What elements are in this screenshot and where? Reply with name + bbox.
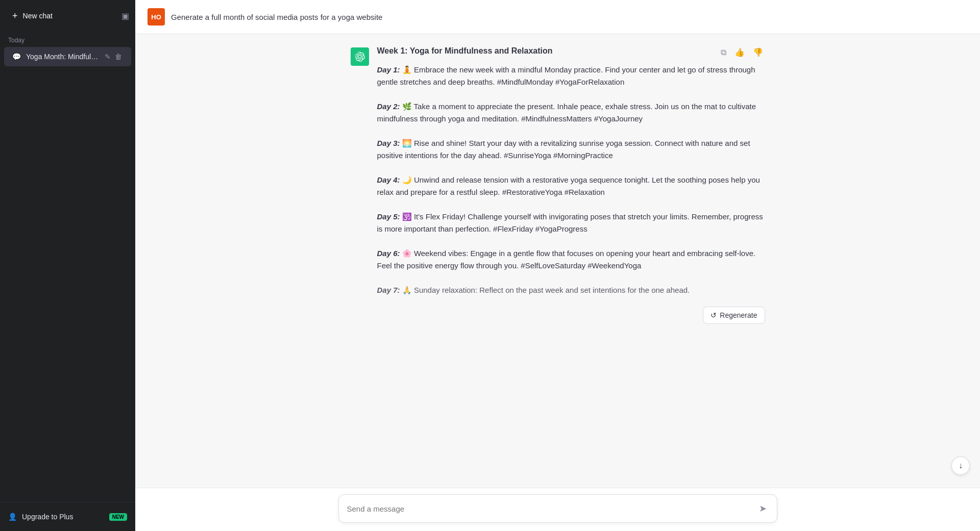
day-6-emoji: 🌸 <box>402 249 414 258</box>
day-3-entry: Day 3: 🌅 Rise and shine! Start your day … <box>377 137 765 162</box>
day-6-entry: Day 6: 🌸 Weekend vibes: Engage in a gent… <box>377 247 765 272</box>
day-5-text: It's Flex Friday! Challenge yourself wit… <box>377 212 763 233</box>
new-chat-label: New chat <box>23 12 53 20</box>
thumbs-down-icon: 👎 <box>753 48 763 57</box>
day-6-label: Day 6: <box>377 249 400 258</box>
thumbs-up-button[interactable]: 👍 <box>732 46 747 59</box>
day-7-text: Sunday relaxation: Reflect on the past w… <box>414 286 690 294</box>
sidebar: + New chat ▣ Today 💬 Yoga Month: Mindful… <box>0 0 135 531</box>
toggle-icon: ▣ <box>121 12 129 20</box>
day-3-text: Rise and shine! Start your day with a re… <box>377 139 750 160</box>
thumbs-down-button[interactable]: 👎 <box>751 46 765 59</box>
plus-icon: + <box>12 11 18 20</box>
day-1-text: Embrace the new week with a mindful Mond… <box>377 65 755 86</box>
day-4-text: Unwind and release tension with a restor… <box>377 175 760 196</box>
thumbs-up-icon: 👍 <box>734 48 745 57</box>
assistant-avatar <box>351 47 369 66</box>
message-block: Week 1: Yoga for Mindfulness and Relaxat… <box>338 46 777 307</box>
header-prompt-area: HO Generate a full month of social media… <box>135 0 980 34</box>
main-content: HO Generate a full month of social media… <box>135 0 980 531</box>
day-3-emoji: 🌅 <box>402 139 414 147</box>
header-prompt-text: Generate a full month of social media po… <box>171 13 382 21</box>
main-wrapper: HO Generate a full month of social media… <box>135 0 980 531</box>
upgrade-to-plus-button[interactable]: 👤 Upgrade to Plus NEW <box>8 509 127 525</box>
day-4-label: Day 4: <box>377 175 400 184</box>
chat-item-title: Yoga Month: Mindfulne <box>26 53 99 61</box>
day-1-entry: Day 1: 🧘 Embrace the new week with a min… <box>377 64 765 88</box>
day-7-entry-partial: Day 7: 🙏 Sunday relaxation: Reflect on t… <box>377 284 765 296</box>
regenerate-area: ↺ Regenerate <box>338 307 777 330</box>
day-4-entry: Day 4: 🌙 Unwind and release tension with… <box>377 174 765 198</box>
day-5-entry: Day 5: 🕉️ It's Flex Friday! Challenge yo… <box>377 211 765 235</box>
toggle-sidebar-button[interactable]: ▣ <box>119 9 131 23</box>
day-2-emoji: 🌿 <box>402 102 414 111</box>
upgrade-label: Upgrade to Plus <box>22 513 73 521</box>
day-1-label: Day 1: <box>377 65 400 74</box>
day-5-label: Day 5: <box>377 212 400 221</box>
day-2-text: Take a moment to appreciate the present.… <box>377 102 756 123</box>
day-7-emoji: 🙏 <box>402 286 414 294</box>
user-avatar: HO <box>148 8 165 26</box>
regenerate-icon: ↺ <box>710 311 717 319</box>
day-1-emoji: 🧘 <box>402 65 414 74</box>
message-content: Week 1: Yoga for Mindfulness and Relaxat… <box>377 46 765 307</box>
scroll-down-button[interactable]: ↓ <box>951 457 970 475</box>
message-week-title: Week 1: Yoga for Mindfulness and Relaxat… <box>377 46 765 56</box>
scroll-down-icon: ↓ <box>959 461 963 470</box>
input-area: ➤ <box>135 488 980 531</box>
day-3-label: Day 3: <box>377 139 400 147</box>
copy-message-button[interactable]: ⧉ <box>719 46 728 59</box>
edit-chat-button[interactable]: ✎ <box>104 52 112 61</box>
message-input[interactable] <box>347 504 757 513</box>
user-icon: 👤 <box>8 513 17 521</box>
new-badge: NEW <box>109 513 127 521</box>
input-container: ➤ <box>338 494 777 523</box>
day-4-emoji: 🌙 <box>402 175 414 184</box>
send-button[interactable]: ➤ <box>757 501 769 516</box>
chat-history-item[interactable]: 💬 Yoga Month: Mindfulne ✎ 🗑 <box>4 47 131 66</box>
today-section-label: Today <box>0 32 135 46</box>
day-5-emoji: 🕉️ <box>402 212 414 221</box>
send-icon: ➤ <box>759 503 767 514</box>
chat-area[interactable]: Week 1: Yoga for Mindfulness and Relaxat… <box>135 34 980 488</box>
chat-icon: 💬 <box>12 53 21 61</box>
message-actions: ⧉ 👍 👎 <box>719 46 765 59</box>
new-chat-button[interactable]: + New chat <box>4 4 119 28</box>
day-7-label: Day 7: <box>377 286 400 294</box>
regenerate-button[interactable]: ↺ Regenerate <box>703 307 765 324</box>
chatgpt-logo-icon <box>355 52 365 62</box>
sidebar-footer: 👤 Upgrade to Plus NEW <box>0 502 135 531</box>
copy-icon: ⧉ <box>721 48 726 57</box>
delete-chat-button[interactable]: 🗑 <box>114 52 123 61</box>
day-2-label: Day 2: <box>377 102 400 111</box>
day-2-entry: Day 2: 🌿 Take a moment to appreciate the… <box>377 100 765 125</box>
regenerate-label: Regenerate <box>720 311 757 319</box>
day-6-text: Weekend vibes: Engage in a gentle flow t… <box>377 249 756 270</box>
assistant-message: Week 1: Yoga for Mindfulness and Relaxat… <box>351 46 765 307</box>
